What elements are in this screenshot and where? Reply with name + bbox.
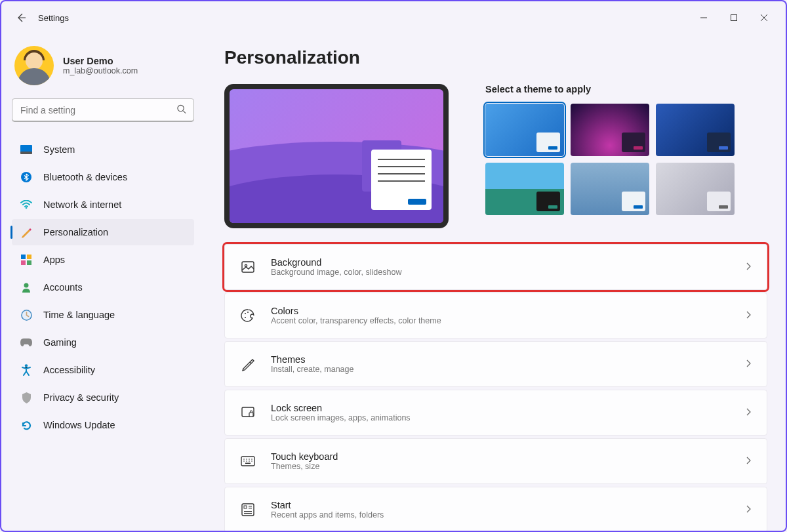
lock-screen-icon (239, 404, 256, 421)
palette-icon (239, 307, 256, 324)
svg-point-23 (246, 459, 247, 460)
themes-heading: Select a theme to apply (485, 84, 767, 94)
maximize-button[interactable] (719, 5, 749, 31)
shield-icon (20, 391, 33, 404)
svg-point-27 (246, 460, 247, 462)
svg-point-1 (178, 105, 184, 111)
svg-point-25 (251, 459, 252, 460)
nav-apps[interactable]: Apps (12, 247, 194, 273)
theme-option-5[interactable] (571, 163, 649, 215)
settings-item-colors[interactable]: ColorsAccent color, transparency effects… (224, 293, 767, 338)
svg-rect-35 (244, 511, 252, 512)
chevron-right-icon (744, 504, 752, 516)
item-sub: Lock screen images, apps, animations (271, 413, 744, 422)
gaming-icon (20, 336, 33, 349)
chevron-right-icon (744, 358, 752, 370)
nav-label: Windows Update (43, 420, 115, 430)
item-sub: Recent apps and items, folders (271, 510, 744, 520)
window-controls (689, 5, 779, 31)
window-title: Settings (38, 13, 69, 23)
nav-label: Apps (43, 255, 65, 265)
bluetooth-icon (20, 171, 33, 184)
nav-label: System (43, 144, 75, 155)
user-profile[interactable]: User Demo m_lab@outlook.com (14, 46, 194, 85)
settings-item-themes[interactable]: ThemesInstall, create, manage (224, 341, 767, 387)
theme-option-1[interactable] (485, 104, 564, 156)
theme-option-6[interactable] (656, 163, 735, 215)
nav-time-language[interactable]: Time & language (12, 302, 194, 328)
nav-network[interactable]: Network & internet (12, 192, 194, 218)
nav-label: Personalization (43, 227, 108, 237)
nav-privacy[interactable]: Privacy & security (12, 384, 194, 411)
back-button[interactable] (8, 5, 34, 31)
close-button[interactable] (749, 5, 779, 31)
svg-rect-36 (244, 513, 252, 514)
titlebar: Settings (1, 1, 786, 34)
nav-label: Time & language (43, 310, 115, 320)
nav-windows-update[interactable]: Windows Update (12, 412, 194, 438)
nav-accounts[interactable]: Accounts (12, 274, 194, 300)
settings-list: BackgroundBackground image, color, slide… (224, 244, 767, 531)
svg-rect-0 (731, 15, 737, 21)
item-sub: Background image, color, slideshow (271, 268, 744, 277)
svg-rect-33 (249, 506, 252, 506)
settings-item-start[interactable]: StartRecent apps and items, folders (224, 487, 767, 531)
svg-rect-3 (20, 152, 32, 154)
theme-option-3[interactable] (656, 104, 735, 156)
minimize-button[interactable] (689, 5, 719, 31)
svg-rect-8 (21, 260, 26, 265)
chevron-right-icon (744, 407, 752, 419)
nav-accessibility[interactable]: Accessibility (12, 357, 194, 383)
search-input[interactable] (12, 98, 194, 122)
theme-option-2[interactable] (571, 104, 649, 156)
brush-icon (239, 356, 256, 373)
nav-label: Gaming (43, 337, 77, 348)
item-title: Start (271, 500, 744, 510)
svg-point-24 (249, 459, 250, 460)
svg-rect-30 (245, 463, 251, 464)
nav-label: Bluetooth & devices (43, 172, 127, 182)
svg-rect-6 (21, 255, 26, 259)
nav-system[interactable]: System (12, 136, 194, 163)
settings-item-background[interactable]: BackgroundBackground image, color, slide… (224, 244, 767, 290)
item-title: Colors (271, 306, 744, 316)
keyboard-icon (239, 453, 256, 470)
theme-grid (485, 104, 735, 215)
svg-rect-32 (244, 506, 247, 508)
start-icon (239, 501, 256, 518)
nav-personalization[interactable]: Personalization (12, 219, 194, 245)
svg-point-12 (22, 310, 31, 320)
svg-point-28 (249, 460, 250, 462)
system-icon (20, 143, 33, 156)
nav-bluetooth[interactable]: Bluetooth & devices (12, 164, 194, 190)
picture-icon (239, 258, 256, 276)
svg-point-5 (26, 207, 28, 209)
chevron-right-icon (744, 310, 752, 321)
chevron-right-icon (744, 455, 752, 467)
update-icon (20, 419, 33, 432)
svg-point-17 (247, 312, 249, 313)
svg-point-10 (24, 283, 29, 288)
nav-label: Privacy & security (43, 392, 119, 403)
item-title: Background (271, 257, 744, 268)
svg-rect-21 (241, 457, 254, 466)
theme-option-4[interactable] (485, 163, 564, 215)
desktop-preview (224, 84, 449, 228)
svg-point-13 (25, 364, 28, 367)
user-name: User Demo (63, 56, 138, 66)
settings-item-lock-screen[interactable]: Lock screenLock screen images, apps, ani… (224, 390, 767, 436)
svg-point-29 (251, 460, 252, 462)
nav-list: System Bluetooth & devices Network & int… (12, 136, 194, 438)
item-title: Themes (271, 354, 744, 365)
accessibility-icon (20, 363, 33, 377)
item-title: Touch keyboard (271, 451, 744, 462)
nav-gaming[interactable]: Gaming (12, 329, 194, 356)
apps-icon (20, 253, 33, 266)
item-sub: Themes, size (271, 462, 744, 471)
settings-item-touch-keyboard[interactable]: Touch keyboardThemes, size (224, 438, 767, 484)
sidebar: User Demo m_lab@outlook.com System Bluet… (1, 34, 205, 531)
item-sub: Install, create, manage (271, 365, 744, 374)
svg-rect-20 (249, 413, 253, 417)
avatar (14, 46, 54, 85)
svg-rect-34 (249, 508, 252, 508)
